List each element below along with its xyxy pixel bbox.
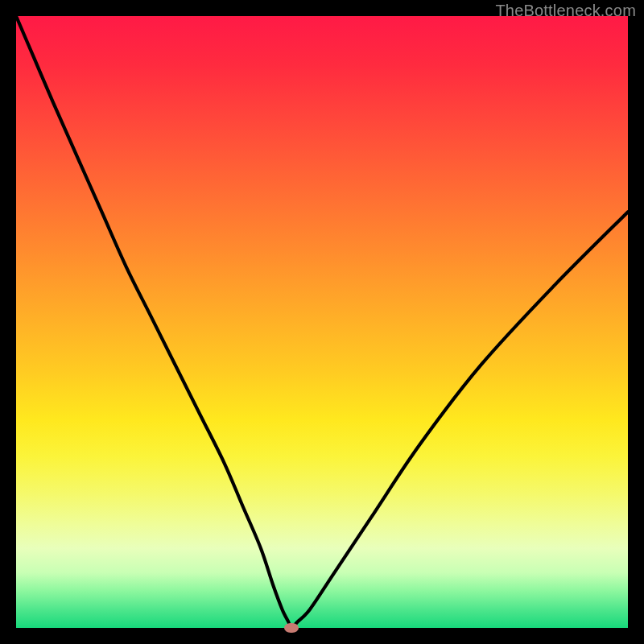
plot-area xyxy=(16,16,628,628)
chart-frame: TheBottleneck.com xyxy=(0,0,644,644)
bottleneck-curve xyxy=(16,16,628,628)
optimal-point-marker xyxy=(284,623,299,633)
